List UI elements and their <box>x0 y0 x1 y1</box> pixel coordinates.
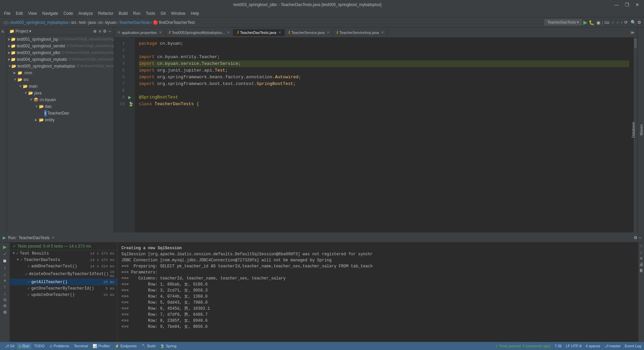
menu-item-refactor[interactable]: Refactor <box>96 10 116 16</box>
run-panel-tab-label[interactable]: Run: <box>8 235 16 240</box>
settings-icon[interactable]: ⚙ <box>637 20 641 25</box>
tree-item-test004[interactable]: ▶ 📁 test004_springboot_mybatis D:\Softwa… <box>7 56 114 63</box>
test-results-root[interactable]: ▼ ✓ Test Results 14 s 373 ms <box>10 250 117 257</box>
menu-item-file[interactable]: File <box>1 10 13 16</box>
panel-icon-4[interactable]: – <box>109 29 111 34</box>
menu-item-tools[interactable]: Tools <box>143 10 158 16</box>
close-tab-teacherdaotests[interactable]: ✕ <box>278 31 281 34</box>
panel-icon-3[interactable]: ⚙ <box>103 29 107 34</box>
status-spring-btn[interactable]: 🍃 Spring <box>158 343 178 349</box>
menu-item-analyze[interactable]: Analyze <box>76 10 96 16</box>
close-tab-test005app[interactable]: ✕ <box>227 31 230 34</box>
search-everywhere[interactable]: 🔍 <box>631 20 636 25</box>
status-terminal-btn[interactable]: Terminal <box>72 343 90 349</box>
status-encoding[interactable]: LF UTF-8 <box>566 344 582 348</box>
breadcrumb-byuan[interactable]: byuan <box>105 20 116 25</box>
tree-item-teacherdao[interactable]: I TeacherDao <box>7 110 114 117</box>
coverage-button[interactable]: ◉ <box>596 20 600 25</box>
git-push[interactable]: ↑ <box>621 20 623 25</box>
tab-teacherdaotests[interactable]: J TeacherDaoTests.java ✕ <box>233 29 285 36</box>
git-check1[interactable]: ✓ <box>611 20 615 25</box>
run-button[interactable]: ▶ <box>583 19 587 26</box>
status-todo-btn[interactable]: TODO <box>32 343 47 349</box>
test-deleteone[interactable]: ✓ deleteOneTeacherByTeacherIdTest() 16 m… <box>10 269 117 279</box>
run-panel-config-name[interactable]: TeacherDaoTests <box>18 235 50 240</box>
more-tabs-button[interactable]: ≫ <box>628 29 637 36</box>
status-branch[interactable]: ⎇ master <box>604 344 621 348</box>
tree-item-test003[interactable]: ▶ 📁 test003_springboot_jdbc D:\Software\… <box>7 49 114 56</box>
code-editor[interactable]: 1 2 3 4 5 6 7 8 9 10 <box>114 38 637 232</box>
close-button[interactable]: ✕ <box>633 1 641 8</box>
panel-icon-1[interactable]: ⊕ <box>93 29 97 34</box>
breadcrumb-java[interactable]: java <box>88 20 96 25</box>
status-indent[interactable]: 4 spaces <box>586 344 600 348</box>
tree-item-java[interactable]: ▼ 📂 java <box>7 90 114 96</box>
menu-item-window[interactable]: Window <box>168 10 188 16</box>
tree-item-test005[interactable]: ▼ 📂 test005_springboot_mybatisplus D:\So… <box>7 63 114 70</box>
test-getone[interactable]: ✓ getOneTeacherByTeacherId() 5 ms <box>10 285 117 292</box>
run-panel-settings[interactable]: ⚙ <box>634 235 638 240</box>
maven-label[interactable]: Maven <box>639 123 644 137</box>
debug-button[interactable]: 🐛 <box>589 20 594 25</box>
run-collapse-btn[interactable]: ⊟ <box>2 303 7 308</box>
menu-item-help[interactable]: Help <box>188 10 202 16</box>
close-run-panel[interactable]: ✕ <box>52 236 54 239</box>
git-more[interactable]: ⟳ <box>624 20 628 25</box>
print-icon[interactable]: 🖨 <box>639 262 643 267</box>
menu-item-navigate[interactable]: Navigate <box>40 10 61 16</box>
run-gutter-icon[interactable]: ▶ <box>128 94 133 101</box>
clear-icon[interactable]: 🗑 <box>639 268 643 273</box>
tree-item-entity[interactable]: ▶ 📂 entity <box>7 117 114 123</box>
status-endpoints-btn[interactable]: ⚡ Endpoints <box>113 343 139 349</box>
breadcrumb-cn[interactable]: cn <box>98 20 103 25</box>
run-rerun-btn[interactable]: ↕ <box>3 265 7 270</box>
run-pass-btn[interactable]: ✓ <box>2 251 8 257</box>
status-profiler-btn[interactable]: 📊 Profiler <box>91 343 112 349</box>
menu-item-run[interactable]: Run <box>130 10 143 16</box>
status-git-btn[interactable]: ⎇ Git <box>3 343 16 349</box>
tree-item-dao[interactable]: ▼ 📂 dao <box>7 103 114 110</box>
nav-back-icon[interactable]: ◁ <box>3 20 6 25</box>
database-label[interactable]: Database <box>631 121 636 139</box>
test-updateone[interactable]: ✓ updateOneTeacher() 15 ms <box>10 292 117 298</box>
status-run-btn[interactable]: ▶ Run <box>17 343 31 349</box>
test-getall[interactable]: ✓ getAllTeacher() 23 ms <box>10 279 117 285</box>
run-panel-minimize[interactable]: – <box>639 235 641 240</box>
run-again-btn[interactable]: ▶ <box>2 244 8 250</box>
event-log-btn[interactable]: Event Log <box>625 344 641 348</box>
minimize-button[interactable]: — <box>612 1 621 8</box>
status-build-btn[interactable]: 🔨 Build <box>140 343 158 349</box>
tab-teacherserviceimp[interactable]: J TeacherServiceImp.java ✕ <box>333 29 387 36</box>
close-tab-teacherserviceimp[interactable]: ✕ <box>381 31 384 34</box>
run-stop-btn[interactable]: ⏹ <box>2 258 8 264</box>
run-sort-btn[interactable]: ↓ <box>3 271 7 277</box>
scroll-down-icon[interactable]: ↓ <box>640 250 642 255</box>
maximize-button[interactable]: ❐ <box>623 1 631 8</box>
breadcrumb-test[interactable]: test <box>79 20 86 25</box>
panel-icon-2[interactable]: ≡ <box>99 29 101 34</box>
breadcrumb-src[interactable]: src <box>71 20 76 25</box>
tab-test005app[interactable]: J Test005SpringbootMybatisplus... ✕ <box>165 29 234 36</box>
run-scroll-up-btn[interactable]: ↑ <box>3 284 7 290</box>
nav-forward-icon[interactable]: ▷ <box>7 20 10 25</box>
breadcrumb-project[interactable]: test005_springboot_mybatisplus <box>11 20 68 25</box>
tree-item-test002[interactable]: ▶ 📁 test002_springboot_servlet D:\Softwa… <box>7 43 114 49</box>
run-filter-btn[interactable]: ≡ <box>3 278 7 283</box>
menu-item-edit[interactable]: Edit <box>13 10 25 16</box>
spring-gutter-icon[interactable]: 🍃 <box>128 101 133 107</box>
menu-item-git[interactable]: Git <box>158 10 168 16</box>
tree-item-src[interactable]: ▼ 📂 src <box>7 76 114 83</box>
close-tab-props[interactable]: ✕ <box>159 31 162 34</box>
tab-application-properties[interactable]: ⚙ application.properties ✕ <box>114 29 165 36</box>
tree-item-test001[interactable]: ▶ 📁 test001_springboot_jsp D:\Software\G… <box>7 36 114 43</box>
menu-item-build[interactable]: Build <box>116 10 130 16</box>
test-class-teacherdaotests[interactable]: ▼ ✓ TeacherDaoTests 14 s 373 ms <box>10 257 117 263</box>
close-tab-teacherservice[interactable]: ✕ <box>327 31 329 34</box>
breadcrumb-teacherdaotests[interactable]: TeacherDaoTests <box>119 20 150 25</box>
run-config-btn[interactable]: TeacherDaoTests ▾ <box>544 19 582 26</box>
status-problems-btn[interactable]: ⚠ Problems <box>47 343 71 349</box>
tree-item-main[interactable]: ▼ 📂 main <box>7 83 114 90</box>
test-addone[interactable]: ✓ addOneTeacherTest() 14 s 314 ms <box>10 263 117 269</box>
run-expand-btn[interactable]: ⊡ <box>2 297 7 302</box>
menu-item-view[interactable]: View <box>25 10 40 16</box>
